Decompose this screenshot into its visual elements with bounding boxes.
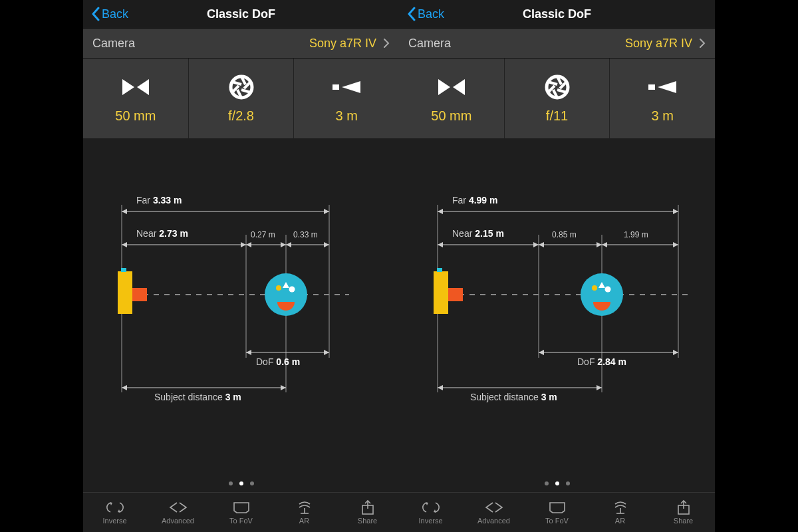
- page-dots[interactable]: [83, 481, 399, 485]
- far-gap-label: 1.99 m: [624, 230, 648, 239]
- aperture-button[interactable]: f/11: [505, 59, 610, 138]
- inverse-button[interactable]: Inverse: [83, 493, 146, 532]
- far-label: Far 4.99 m: [452, 195, 497, 205]
- share-icon: [676, 500, 691, 515]
- chevron-left-icon: [407, 7, 416, 21]
- advanced-button[interactable]: Advanced: [146, 493, 209, 532]
- back-button[interactable]: Back: [87, 0, 132, 28]
- ar-icon: [612, 500, 628, 515]
- near-gap-label: 0.85 m: [552, 230, 577, 239]
- camera-selector-row[interactable]: Camera Sony a7R IV: [399, 28, 715, 59]
- page-dot-2[interactable]: [239, 481, 243, 485]
- far-label: Far 3.33 m: [136, 195, 182, 205]
- svg-point-23: [276, 285, 281, 291]
- page-dots[interactable]: [399, 481, 715, 485]
- ar-icon: [297, 500, 313, 515]
- bottom-toolbar: Inverse Advanced To FoV AR Share: [399, 492, 715, 532]
- svg-point-52: [592, 285, 597, 291]
- ar-label: AR: [615, 517, 625, 525]
- camera-selector-row[interactable]: Camera Sony a7R IV: [83, 28, 399, 59]
- focal-length-button[interactable]: 50 mm: [83, 59, 189, 138]
- page-dot-3[interactable]: [566, 481, 570, 485]
- svg-point-53: [605, 287, 611, 293]
- far-gap-label: 0.33 m: [293, 230, 318, 239]
- advanced-icon: [484, 500, 504, 515]
- to-fov-icon: [232, 500, 251, 515]
- distance-button[interactable]: 3 m: [294, 59, 399, 138]
- advanced-button[interactable]: Advanced: [462, 493, 525, 532]
- back-button[interactable]: Back: [403, 0, 448, 28]
- distance-value: 3 m: [652, 108, 674, 124]
- dof-label: DoF 0.6 m: [256, 356, 300, 367]
- chevron-right-icon: [383, 38, 390, 49]
- diagram-svg: [399, 138, 715, 471]
- svg-line-6: [232, 82, 241, 84]
- phone-screenshot-left: Back Classic DoF Camera Sony a7R IV 50 m…: [83, 0, 399, 532]
- chevron-right-icon: [699, 38, 706, 49]
- inverse-icon: [106, 500, 124, 515]
- share-button[interactable]: Share: [652, 493, 715, 532]
- share-label: Share: [674, 517, 693, 525]
- ar-label: AR: [299, 517, 309, 525]
- ar-button[interactable]: AR: [273, 493, 336, 532]
- camera-value: Sony a7R IV: [309, 37, 376, 51]
- svg-point-24: [289, 287, 295, 293]
- aperture-button[interactable]: f/2.8: [189, 59, 295, 138]
- ar-button[interactable]: AR: [589, 493, 652, 532]
- focal-length-value: 50 mm: [115, 108, 156, 124]
- camera-label: Camera: [92, 37, 309, 51]
- back-label: Back: [102, 7, 128, 21]
- svg-rect-48: [434, 271, 448, 314]
- focal-length-value: 50 mm: [431, 108, 471, 124]
- phone-screenshot-right: Back Classic DoF Camera Sony a7R IV 50 m…: [399, 0, 715, 532]
- navbar: Back Classic DoF: [83, 0, 399, 28]
- svg-rect-20: [121, 268, 126, 272]
- page-dot-1[interactable]: [229, 481, 233, 485]
- subject-distance-label: Subject distance 3 m: [470, 392, 557, 402]
- aperture-icon: [544, 74, 571, 100]
- svg-rect-49: [437, 268, 442, 272]
- to-fov-label: To FoV: [545, 517, 569, 525]
- distance-icon: [331, 74, 362, 100]
- parameter-strip: 50 mm f/2.8 3 m: [83, 59, 399, 138]
- aperture-value: f/2.8: [228, 108, 254, 124]
- to-fov-button[interactable]: To FoV: [525, 493, 589, 532]
- svg-rect-19: [118, 271, 132, 314]
- distance-button[interactable]: 3 m: [610, 59, 715, 138]
- distance-icon: [647, 74, 678, 100]
- inverse-button[interactable]: Inverse: [399, 493, 462, 532]
- camera-label: Camera: [408, 37, 625, 51]
- svg-rect-36: [648, 84, 655, 90]
- inverse-label: Inverse: [418, 517, 442, 525]
- share-label: Share: [358, 517, 377, 525]
- share-button[interactable]: Share: [336, 493, 399, 532]
- camera-value: Sony a7R IV: [625, 37, 692, 51]
- to-fov-button[interactable]: To FoV: [209, 493, 273, 532]
- chevron-left-icon: [91, 7, 100, 21]
- near-label: Near 2.15 m: [452, 228, 504, 239]
- advanced-label: Advanced: [162, 517, 194, 525]
- svg-rect-21: [132, 288, 147, 301]
- page-dot-3[interactable]: [250, 481, 254, 485]
- inverse-icon: [422, 500, 440, 515]
- page-dot-1[interactable]: [545, 481, 549, 485]
- page-dot-2[interactable]: [555, 481, 559, 485]
- parameter-strip: 50 mm f/11 3 m: [399, 59, 715, 138]
- back-label: Back: [418, 7, 444, 21]
- navbar: Back Classic DoF: [399, 0, 715, 28]
- inverse-label: Inverse: [102, 517, 126, 525]
- to-fov-icon: [548, 500, 567, 515]
- bottom-toolbar: Inverse Advanced To FoV AR Share: [83, 492, 399, 532]
- subject-distance-label: Subject distance 3 m: [154, 392, 241, 402]
- dof-diagram: Far 4.99 m Near 2.15 m 0.85 m 1.99 m DoF…: [399, 138, 715, 492]
- svg-point-0: [231, 76, 252, 98]
- dof-diagram: Far 3.33 m Near 2.73 m 0.27 m 0.33 m DoF…: [83, 138, 399, 492]
- focal-length-icon: [121, 74, 150, 100]
- aperture-value: f/11: [546, 108, 568, 124]
- to-fov-label: To FoV: [229, 517, 253, 525]
- aperture-icon: [228, 74, 255, 100]
- diagram-svg: [83, 138, 399, 471]
- advanced-icon: [168, 500, 188, 515]
- svg-rect-7: [332, 84, 339, 90]
- focal-length-button[interactable]: 50 mm: [399, 59, 505, 138]
